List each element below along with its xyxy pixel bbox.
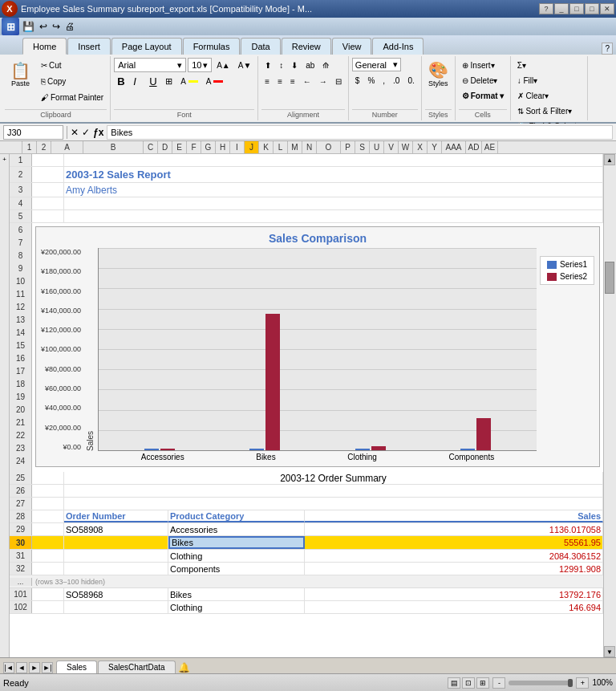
decrease-decimal-btn[interactable]: 0. xyxy=(404,73,417,87)
bold-button[interactable]: B xyxy=(114,74,128,88)
paste-button[interactable]: 📋 Paste xyxy=(5,58,36,91)
cell-content-4[interactable] xyxy=(64,197,603,209)
cell-content-27[interactable] xyxy=(64,498,603,510)
font-name-dropdown[interactable]: Arial ▾ xyxy=(114,58,186,72)
scroll-thumb[interactable] xyxy=(605,262,614,294)
zoom-slider[interactable] xyxy=(509,681,573,685)
page-layout-view-btn[interactable]: ⊡ xyxy=(462,677,475,689)
row-header-24[interactable]: 24 xyxy=(10,454,32,467)
scroll-up-btn[interactable]: ▲ xyxy=(604,154,615,165)
tab-view[interactable]: View xyxy=(332,38,372,55)
expand-indicator[interactable]: + xyxy=(2,156,6,163)
cell-content-5[interactable] xyxy=(64,210,603,222)
autosum-btn[interactable]: Σ▾ xyxy=(514,58,529,72)
increase-decimal-btn[interactable]: .0 xyxy=(390,73,403,87)
col-header-D[interactable]: D xyxy=(158,141,172,154)
row-header-101[interactable]: 101 xyxy=(10,588,32,600)
vertical-scrollbar[interactable]: ▲ ▼ xyxy=(603,154,616,657)
tab-prev-btn[interactable]: ◄ xyxy=(16,662,27,673)
cell-A4[interactable] xyxy=(32,197,64,209)
col-header-Y[interactable]: Y xyxy=(428,141,442,154)
maximize-btn[interactable]: □ xyxy=(585,3,599,14)
row-header-18[interactable]: 18 xyxy=(10,377,32,390)
row-header-8[interactable]: 8 xyxy=(10,249,32,262)
cell-category-32[interactable]: Components xyxy=(168,563,305,575)
col-header-AD[interactable]: AD xyxy=(466,141,482,154)
cell-sales-30[interactable]: 55561.95 xyxy=(305,536,603,549)
cancel-formula-icon[interactable]: ✕ xyxy=(71,127,79,138)
col-header-num2[interactable]: 2 xyxy=(37,141,51,154)
confirm-formula-icon[interactable]: ✓ xyxy=(82,127,90,138)
cell-order-102[interactable] xyxy=(64,601,168,613)
clear-btn[interactable]: ✗ Clear▾ xyxy=(514,88,553,103)
cell-A29[interactable] xyxy=(32,523,64,535)
align-left-btn[interactable]: ≡ xyxy=(261,74,273,88)
restore-btn[interactable]: □ xyxy=(569,3,584,14)
redo-qat[interactable]: ↪ xyxy=(51,20,62,33)
tab-data[interactable]: Data xyxy=(241,38,280,55)
align-bottom-btn[interactable]: ⬇ xyxy=(288,58,301,72)
merge-btn[interactable]: ⊟ xyxy=(332,74,345,88)
cell-sales-102[interactable]: 146.694 xyxy=(305,601,603,613)
cell-order-32[interactable] xyxy=(64,563,168,575)
zoom-in-btn[interactable]: + xyxy=(576,677,589,689)
col-header-P[interactable]: P xyxy=(341,141,355,154)
col-header-A[interactable]: A xyxy=(51,141,83,154)
minimize-btn[interactable]: _ xyxy=(554,3,569,14)
col-header-G[interactable]: G xyxy=(201,141,216,154)
align-center-btn[interactable]: ≡ xyxy=(274,74,286,88)
tab-next-btn[interactable]: ► xyxy=(29,662,40,673)
align-middle-btn[interactable]: ↕ xyxy=(276,58,286,72)
cell-category-31[interactable]: Clothing xyxy=(168,550,305,562)
cell-report-title[interactable]: 2003-12 Sales Report xyxy=(64,167,603,182)
cell-category-102[interactable]: Clothing xyxy=(168,601,305,613)
formula-input[interactable]: Bikes xyxy=(107,125,613,140)
scroll-down-btn[interactable]: ▼ xyxy=(604,646,615,657)
col-header-W[interactable]: W xyxy=(399,141,413,154)
styles-button[interactable]: 🎨 Styles xyxy=(425,58,452,90)
row-header-10[interactable]: 10 xyxy=(10,274,32,287)
sort-filter-btn[interactable]: ⇅ Sort & Filter▾ xyxy=(514,104,576,118)
col-header-E[interactable]: E xyxy=(172,141,187,154)
format-painter-button[interactable]: 🖌 Format Painter xyxy=(38,90,107,104)
row-header-7[interactable]: 7 xyxy=(10,236,32,249)
col-header-U[interactable]: U xyxy=(370,141,384,154)
row-header-30[interactable]: 30 xyxy=(10,536,32,549)
col-header-O[interactable]: O xyxy=(317,141,341,154)
cell-sales-29[interactable]: 1136.017058 xyxy=(305,523,603,535)
col-header-I[interactable]: I xyxy=(230,141,245,154)
row-header-6[interactable]: 6 xyxy=(10,223,32,236)
insert-cells-btn[interactable]: ⊕ Insert▾ xyxy=(459,58,498,72)
row-header-102[interactable]: 102 xyxy=(10,601,32,613)
tab-formulas[interactable]: Formulas xyxy=(183,38,241,55)
fill-color-button[interactable]: A xyxy=(177,74,201,88)
border-button[interactable]: ⊞ xyxy=(162,74,176,88)
col-header-num1[interactable]: 1 xyxy=(22,141,37,154)
col-header-H[interactable]: H xyxy=(216,141,230,154)
cell-header-product[interactable]: Product Category xyxy=(168,510,305,522)
function-icon[interactable]: ƒx xyxy=(93,127,103,138)
row-header-25[interactable]: 25 xyxy=(10,472,32,484)
cell-A30[interactable] xyxy=(32,536,64,549)
cell-A25[interactable] xyxy=(32,472,64,484)
col-header-V[interactable]: V xyxy=(384,141,399,154)
row-header-28[interactable]: 28 xyxy=(10,510,32,522)
cell-header-order[interactable]: Order Number xyxy=(64,510,168,522)
percent-btn[interactable]: % xyxy=(364,73,378,87)
row-header-19[interactable]: 19 xyxy=(10,390,32,403)
row-header-15[interactable]: 15 xyxy=(10,339,32,352)
col-header-K[interactable]: K xyxy=(259,141,274,154)
indent-decrease-btn[interactable]: ← xyxy=(300,74,314,88)
col-header-N[interactable]: N xyxy=(302,141,317,154)
font-color-button[interactable]: A xyxy=(203,74,227,88)
sheet-tab-chartdata[interactable]: SalesChartData xyxy=(98,661,176,673)
col-header-L[interactable]: L xyxy=(274,141,288,154)
row-header-23[interactable]: 23 xyxy=(10,441,32,454)
wrap-text-btn[interactable]: ⟰ xyxy=(319,58,332,72)
row-header-1[interactable]: 1 xyxy=(10,154,32,166)
row-header-12[interactable]: 12 xyxy=(10,300,32,313)
row-header-2[interactable]: 2 xyxy=(10,167,32,182)
row-header-17[interactable]: 17 xyxy=(10,364,32,377)
cell-order-31[interactable] xyxy=(64,550,168,562)
tab-home[interactable]: Home xyxy=(22,38,67,55)
